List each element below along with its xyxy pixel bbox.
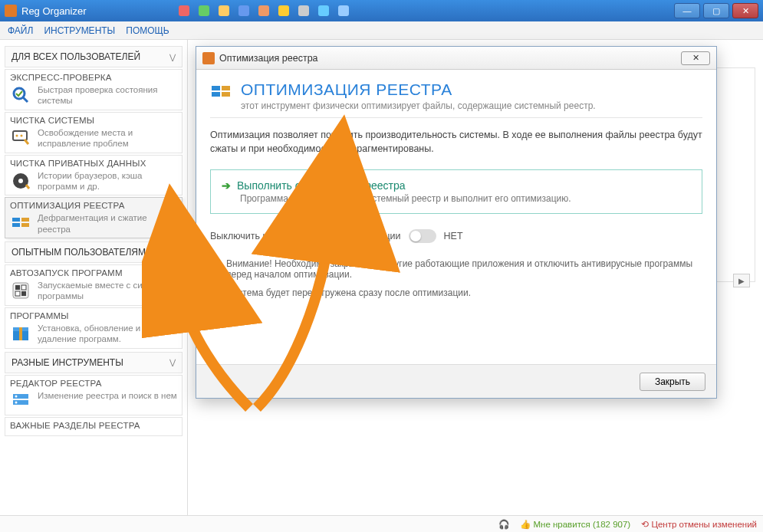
chevron-down-icon: ⋁ [169,358,176,366]
svg-rect-24 [212,92,220,97]
nav-desc: Истории браузеров, кэша программ и др. [38,170,177,192]
nav-desc: Быстрая проверка состояния системы [38,84,177,107]
svg-point-22 [15,401,18,403]
sidebar: ДЛЯ ВСЕХ ПОЛЬЗОВАТЕЛЕЙ ⋁ ЭКСПРЕСС-ПРОВЕР… [0,40,188,515]
section-label: РАЗНЫЕ ИНСТРУМЕНТЫ [12,357,123,368]
broom-icon [10,127,31,149]
nav-registry-optimization[interactable]: ОПТИМИЗАЦИЯ РЕЕСТРА Дефрагментация и сжа… [5,197,183,238]
dialog-app-icon [202,52,215,64]
svg-rect-18 [19,327,22,340]
svg-rect-15 [21,291,26,296]
nav-title: РЕДАКТОР РЕЕСТРА [10,379,177,388]
svg-line-1 [23,97,28,102]
registry-optimize-icon [210,80,233,103]
svg-rect-25 [222,86,230,90]
optimization-dialog: Оптимизация реестра ✕ ОПТИМИЗАЦИЯ РЕЕСТР… [196,46,717,399]
window-title: Reg Organizer [21,5,87,17]
svg-rect-23 [212,86,220,90]
nav-title: ЭКСПРЕСС-ПРОВЕРКА [10,73,177,82]
app-icon [5,5,17,17]
flag-icon [10,280,31,301]
chevron-down-icon: ⋁ [169,53,176,61]
nav-desc: Установка, обновление и удаление програм… [38,323,177,345]
maximize-button[interactable]: ▢ [703,3,729,18]
shutdown-toggle-label: Выключить компьютер после оптимизации [210,231,401,241]
dialog-footer: Закрыть [196,364,716,398]
svg-rect-2 [13,131,27,140]
shutdown-toggle[interactable] [409,229,436,243]
sidebar-section-misc[interactable]: РАЗНЫЕ ИНСТРУМЕНТЫ ⋁ [5,352,183,373]
dialog-close-button-footer[interactable]: Закрыть [640,373,705,391]
minimize-button[interactable]: — [674,3,700,18]
dialog-titlebar: Оптимизация реестра ✕ [196,47,716,70]
warning-text-2: Система будет перезагружена сразу после … [226,287,471,298]
headset-icon[interactable]: 🎧 [498,519,509,530]
run-optimization-action[interactable]: ➔Выполнить оптимизацию реестра Программа… [210,169,702,214]
dialog-title-text: Оптимизация реестра [219,53,318,64]
undo-center-label: Центр отмены изменений [651,520,757,529]
section-label: ОПЫТНЫМ ПОЛЬЗОВАТЕЛЯМ [12,247,146,258]
like-label: Мне нравится (182 907) [533,520,630,529]
nav-private-clean[interactable]: ЧИСТКА ПРИВАТНЫХ ДАННЫХ Истории браузеро… [5,155,183,196]
registry-optimize-icon [10,212,31,234]
nav-autostart[interactable]: АВТОЗАПУСК ПРОГРАММ Запускаемые вместе с… [5,264,183,306]
shutdown-toggle-state: НЕТ [444,231,463,241]
arrow-right-icon: ➔ [222,179,231,192]
nav-express-check[interactable]: ЭКСПРЕСС-ПРОВЕРКА Быстрая проверка состо… [5,69,183,110]
svg-rect-14 [15,291,20,296]
nav-registry-editor[interactable]: РЕДАКТОР РЕЕСТРА Изменение реестра и пои… [5,375,183,415]
warning-text-1: Внимание! Необходимо закрыть все другие … [226,258,702,280]
divider [210,117,702,118]
action-title: Выполнить оптимизацию реестра [237,179,406,192]
box-icon [10,323,31,344]
nav-title: ОПТИМИЗАЦИЯ РЕЕСТРА [10,201,177,210]
warning-icon: ⚠ [210,287,220,300]
magnifier-check-icon [10,84,31,106]
window-titlebar: Reg Organizer — ▢ ✕ [0,0,763,21]
pager-next[interactable]: ▶ [733,274,750,287]
close-button[interactable]: ✕ [732,3,758,18]
svg-point-4 [21,134,23,136]
sidebar-section-advanced[interactable]: ОПЫТНЫМ ПОЛЬЗОВАТЕЛЯМ ⋁ [5,241,183,263]
svg-point-6 [18,179,23,183]
status-bar: 🎧 👍 Мне нравится (182 907) ⟲ Центр отмен… [0,515,763,532]
sidebar-section-all-users[interactable]: ДЛЯ ВСЕХ ПОЛЬЗОВАТЕЛЕЙ ⋁ [5,46,183,67]
main-area: ▶ Оптимизация реестра ✕ ОПТИМИЗАЦИЯ РЕЕС… [188,40,763,515]
menu-bar: ФАЙЛ ИНСТРУМЕНТЫ ПОМОЩЬ [0,21,763,40]
svg-point-0 [14,88,25,99]
svg-rect-13 [21,285,26,290]
dialog-close-button[interactable]: ✕ [681,51,710,65]
nav-title: ПРОГРАММЫ [10,311,177,320]
svg-rect-9 [21,218,29,222]
chevron-down-icon: ⋁ [169,248,176,257]
menu-help[interactable]: ПОМОЩЬ [126,25,169,36]
nav-title: ЧИСТКА СИСТЕМЫ [10,116,177,125]
menu-tools[interactable]: ИНСТРУМЕНТЫ [44,25,115,36]
nav-important-registry[interactable]: ВАЖНЫЕ РАЗДЕЛЫ РЕЕСТРА [5,417,183,436]
svg-rect-7 [12,218,20,222]
nav-desc: Дефрагментация и сжатие реестра [38,212,177,235]
svg-point-21 [15,395,18,397]
section-label: ДЛЯ ВСЕХ ПОЛЬЗОВАТЕЛЕЙ [12,51,140,62]
nav-title: ВАЖНЫЕ РАЗДЕЛЫ РЕЕСТРА [10,421,177,430]
action-desc: Программа проанализирует системный реест… [240,193,691,204]
disc-icon [10,170,31,192]
warning-icon: ⚠ [210,258,220,271]
dialog-paragraph: Оптимизация позволяет повысить производи… [210,129,702,156]
nav-title: АВТОЗАПУСК ПРОГРАММ [10,268,177,277]
svg-rect-8 [12,223,20,227]
undo-center-link[interactable]: ⟲ Центр отмены изменений [641,519,757,530]
nav-desc: Освобождение места и исправление проблем [38,127,177,149]
svg-rect-12 [15,285,20,290]
registry-editor-icon [10,390,31,412]
svg-rect-26 [222,92,230,97]
nav-title: ЧИСТКА ПРИВАТНЫХ ДАННЫХ [10,159,177,168]
nav-desc: Запускаемые вместе с системой программы [38,280,177,302]
menu-file[interactable]: ФАЙЛ [8,25,33,36]
svg-point-3 [16,134,18,136]
like-button[interactable]: 👍 Мне нравится (182 907) [520,519,630,530]
nav-system-clean[interactable]: ЧИСТКА СИСТЕМЫ Освобождение места и испр… [5,112,183,153]
nav-programs[interactable]: ПРОГРАММЫ Установка, обновление и удален… [5,307,183,349]
nav-desc: Изменение реестра и поиск в нем [38,390,177,401]
svg-rect-10 [21,223,29,227]
